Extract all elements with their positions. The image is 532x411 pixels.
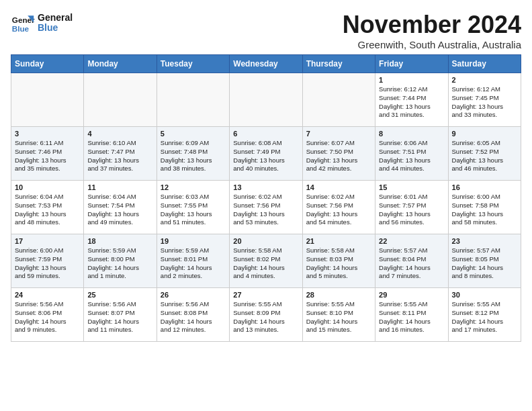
day-number: 5 xyxy=(161,130,226,138)
day-number: 2 xyxy=(452,76,517,84)
calendar-cell xyxy=(230,73,302,127)
day-info: Sunrise: 6:00 AM Sunset: 7:58 PM Dayligh… xyxy=(452,193,517,227)
day-info: Sunrise: 6:06 AM Sunset: 7:51 PM Dayligh… xyxy=(379,139,444,173)
day-info: Sunrise: 5:56 AM Sunset: 8:07 PM Dayligh… xyxy=(87,300,152,334)
calendar-cell: 21Sunrise: 5:58 AM Sunset: 8:03 PM Dayli… xyxy=(302,234,375,288)
day-number: 13 xyxy=(233,183,298,191)
day-number: 7 xyxy=(306,130,371,138)
week-row-4: 17Sunrise: 6:00 AM Sunset: 7:59 PM Dayli… xyxy=(11,234,521,288)
day-info: Sunrise: 6:10 AM Sunset: 7:47 PM Dayligh… xyxy=(87,139,152,173)
day-info: Sunrise: 6:05 AM Sunset: 7:52 PM Dayligh… xyxy=(452,139,517,173)
day-info: Sunrise: 5:55 AM Sunset: 8:11 PM Dayligh… xyxy=(379,300,444,334)
day-number: 28 xyxy=(306,291,371,299)
day-number: 1 xyxy=(379,76,444,84)
calendar-cell: 7Sunrise: 6:07 AM Sunset: 7:50 PM Daylig… xyxy=(302,127,375,181)
calendar-table: SundayMondayTuesdayWednesdayThursdayFrid… xyxy=(11,54,521,342)
day-info: Sunrise: 6:07 AM Sunset: 7:50 PM Dayligh… xyxy=(306,139,371,173)
day-info: Sunrise: 5:55 AM Sunset: 8:09 PM Dayligh… xyxy=(233,300,298,334)
calendar-cell: 24Sunrise: 5:56 AM Sunset: 8:06 PM Dayli… xyxy=(11,288,84,342)
day-number: 18 xyxy=(87,237,152,245)
day-number: 27 xyxy=(233,291,298,299)
day-number: 22 xyxy=(379,237,444,245)
day-number: 25 xyxy=(87,291,152,299)
calendar-cell: 11Sunrise: 6:04 AM Sunset: 7:54 PM Dayli… xyxy=(84,181,157,234)
day-number: 15 xyxy=(379,183,444,191)
day-info: Sunrise: 5:57 AM Sunset: 8:05 PM Dayligh… xyxy=(452,246,517,281)
week-row-1: 1Sunrise: 6:12 AM Sunset: 7:44 PM Daylig… xyxy=(11,73,521,127)
calendar-cell xyxy=(84,73,157,127)
day-info: Sunrise: 6:01 AM Sunset: 7:57 PM Dayligh… xyxy=(379,193,444,227)
calendar-cell: 28Sunrise: 5:55 AM Sunset: 8:10 PM Dayli… xyxy=(302,288,375,342)
day-info: Sunrise: 6:00 AM Sunset: 7:59 PM Dayligh… xyxy=(15,246,80,281)
calendar-cell: 9Sunrise: 6:05 AM Sunset: 7:52 PM Daylig… xyxy=(448,127,521,181)
day-number: 20 xyxy=(233,237,298,245)
week-row-2: 3Sunrise: 6:11 AM Sunset: 7:46 PM Daylig… xyxy=(11,127,521,181)
day-number: 29 xyxy=(379,291,444,299)
day-info: Sunrise: 6:08 AM Sunset: 7:49 PM Dayligh… xyxy=(233,139,298,173)
day-number: 14 xyxy=(306,183,371,191)
location-subtitle: Greenwith, South Australia, Australia xyxy=(343,39,521,50)
calendar-cell: 14Sunrise: 6:02 AM Sunset: 7:56 PM Dayli… xyxy=(302,181,375,234)
calendar-cell: 22Sunrise: 5:57 AM Sunset: 8:04 PM Dayli… xyxy=(375,234,448,288)
day-number: 4 xyxy=(87,130,152,138)
day-info: Sunrise: 5:55 AM Sunset: 8:12 PM Dayligh… xyxy=(452,300,517,334)
day-info: Sunrise: 6:09 AM Sunset: 7:48 PM Dayligh… xyxy=(161,139,226,173)
calendar-cell: 15Sunrise: 6:01 AM Sunset: 7:57 PM Dayli… xyxy=(375,181,448,234)
weekday-header-monday: Monday xyxy=(84,55,157,73)
calendar-cell: 19Sunrise: 5:59 AM Sunset: 8:01 PM Dayli… xyxy=(157,234,229,288)
day-number: 21 xyxy=(306,237,371,245)
day-number: 24 xyxy=(15,291,80,299)
calendar-cell: 29Sunrise: 5:55 AM Sunset: 8:11 PM Dayli… xyxy=(375,288,448,342)
weekday-header-saturday: Saturday xyxy=(448,55,521,73)
day-number: 17 xyxy=(15,237,80,245)
day-info: Sunrise: 6:11 AM Sunset: 7:46 PM Dayligh… xyxy=(15,139,80,173)
weekday-header-thursday: Thursday xyxy=(302,55,375,73)
logo-icon: General Blue xyxy=(11,11,35,35)
week-row-3: 10Sunrise: 6:04 AM Sunset: 7:53 PM Dayli… xyxy=(11,181,521,234)
day-info: Sunrise: 6:02 AM Sunset: 7:56 PM Dayligh… xyxy=(306,193,371,227)
weekday-header-sunday: Sunday xyxy=(11,55,84,73)
day-number: 16 xyxy=(452,183,517,191)
day-info: Sunrise: 5:59 AM Sunset: 8:00 PM Dayligh… xyxy=(87,246,152,281)
calendar-cell: 12Sunrise: 6:03 AM Sunset: 7:55 PM Dayli… xyxy=(157,181,229,234)
weekday-header-row: SundayMondayTuesdayWednesdayThursdayFrid… xyxy=(11,55,521,73)
calendar-cell: 13Sunrise: 6:02 AM Sunset: 7:56 PM Dayli… xyxy=(230,181,302,234)
day-number: 19 xyxy=(161,237,226,245)
calendar-cell: 30Sunrise: 5:55 AM Sunset: 8:12 PM Dayli… xyxy=(448,288,521,342)
calendar-cell: 18Sunrise: 5:59 AM Sunset: 8:00 PM Dayli… xyxy=(84,234,157,288)
calendar-cell xyxy=(11,73,84,127)
weekday-header-tuesday: Tuesday xyxy=(157,55,229,73)
logo: General Blue General Blue xyxy=(11,11,73,35)
week-row-5: 24Sunrise: 5:56 AM Sunset: 8:06 PM Dayli… xyxy=(11,288,521,342)
day-number: 6 xyxy=(233,130,298,138)
day-info: Sunrise: 5:56 AM Sunset: 8:06 PM Dayligh… xyxy=(15,300,80,334)
day-info: Sunrise: 5:59 AM Sunset: 8:01 PM Dayligh… xyxy=(161,246,226,281)
calendar-cell: 20Sunrise: 5:58 AM Sunset: 8:02 PM Dayli… xyxy=(230,234,302,288)
day-info: Sunrise: 6:12 AM Sunset: 7:44 PM Dayligh… xyxy=(379,85,444,120)
day-info: Sunrise: 5:58 AM Sunset: 8:03 PM Dayligh… xyxy=(306,246,371,281)
calendar-cell: 5Sunrise: 6:09 AM Sunset: 7:48 PM Daylig… xyxy=(157,127,229,181)
calendar-cell: 3Sunrise: 6:11 AM Sunset: 7:46 PM Daylig… xyxy=(11,127,84,181)
day-info: Sunrise: 6:03 AM Sunset: 7:55 PM Dayligh… xyxy=(161,193,226,227)
day-number: 3 xyxy=(15,130,80,138)
day-number: 10 xyxy=(15,183,80,191)
day-number: 8 xyxy=(379,130,444,138)
day-info: Sunrise: 5:58 AM Sunset: 8:02 PM Dayligh… xyxy=(233,246,298,281)
calendar-cell: 17Sunrise: 6:00 AM Sunset: 7:59 PM Dayli… xyxy=(11,234,84,288)
day-info: Sunrise: 5:55 AM Sunset: 8:10 PM Dayligh… xyxy=(306,300,371,334)
day-info: Sunrise: 6:04 AM Sunset: 7:53 PM Dayligh… xyxy=(15,193,80,227)
calendar-cell: 4Sunrise: 6:10 AM Sunset: 7:47 PM Daylig… xyxy=(84,127,157,181)
day-info: Sunrise: 6:02 AM Sunset: 7:56 PM Dayligh… xyxy=(233,193,298,227)
day-info: Sunrise: 6:04 AM Sunset: 7:54 PM Dayligh… xyxy=(87,193,152,227)
weekday-header-friday: Friday xyxy=(375,55,448,73)
calendar-cell: 10Sunrise: 6:04 AM Sunset: 7:53 PM Dayli… xyxy=(11,181,84,234)
header: General Blue General Blue November 2024 … xyxy=(11,11,521,50)
calendar-cell: 26Sunrise: 5:56 AM Sunset: 8:08 PM Dayli… xyxy=(157,288,229,342)
calendar-cell xyxy=(302,73,375,127)
calendar-cell xyxy=(157,73,229,127)
day-number: 30 xyxy=(452,291,517,299)
day-number: 9 xyxy=(452,130,517,138)
day-info: Sunrise: 5:56 AM Sunset: 8:08 PM Dayligh… xyxy=(161,300,226,334)
weekday-header-wednesday: Wednesday xyxy=(230,55,302,73)
title-area: November 2024 Greenwith, South Australia… xyxy=(343,11,521,50)
